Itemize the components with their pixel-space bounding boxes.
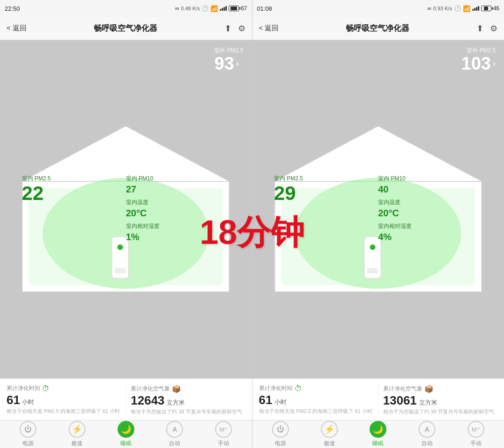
temp-label-right: 室内温度 bbox=[378, 199, 480, 206]
stat-vol-value-right: 13061 bbox=[383, 393, 417, 407]
stat-vol-desc-right: 相当于为您输送了约 39 节复兴号车厢的新鲜空气 bbox=[383, 408, 497, 415]
indoor-right-data: 室内 PM10 27 室内温度 20°C 室内相对湿度 1% bbox=[126, 175, 228, 245]
tool-fast-right[interactable]: ⚡ 极速 bbox=[305, 421, 354, 448]
tool-manual-label-left: 手动 bbox=[218, 440, 229, 448]
tool-sleep-label-left: 睡眠 bbox=[120, 440, 132, 448]
sleep-icon-right[interactable]: 🌙 bbox=[370, 421, 386, 438]
auto-icon-left[interactable]: A bbox=[166, 421, 183, 438]
stat-vol-left: 累计净化空气量 📦 12643 立方米 相当于为您输送了约 38 节复兴号车厢的… bbox=[131, 384, 245, 415]
fast-icon-right[interactable]: ⚡ bbox=[321, 421, 338, 438]
indoor-right-data-right: 室内 PM10 40 室内温度 20°C 室内相对湿度 4% bbox=[378, 175, 480, 245]
sleep-icon-left[interactable]: 🌙 bbox=[118, 421, 134, 438]
stat-time-label-right: 累计净化时间 bbox=[259, 384, 293, 392]
status-icons-right: ∞ 0.93 K/s 🕐 📶 46 bbox=[427, 5, 499, 12]
svg-marker-1 bbox=[22, 126, 230, 182]
tool-sleep-right[interactable]: 🌙 睡眠 bbox=[354, 421, 403, 448]
share-icon-right[interactable]: ⬆ bbox=[476, 23, 483, 34]
cube-icon-right: 📦 bbox=[424, 384, 434, 393]
tool-auto-right[interactable]: A 自动 bbox=[403, 421, 452, 448]
left-panel: < 返回 畅呼吸空气净化器 ⬆ ⚙ 室外 PM2.5 93 › bbox=[0, 17, 252, 448]
settings-icon-left[interactable]: ⚙ bbox=[238, 23, 245, 34]
tool-power-label-right: 电源 bbox=[275, 440, 286, 448]
infinity-right: ∞ bbox=[427, 5, 432, 12]
manual-icon-right[interactable]: M⁺ bbox=[468, 421, 484, 438]
tool-auto-left[interactable]: A 自动 bbox=[150, 421, 199, 448]
tool-fast-label-right: 极速 bbox=[324, 440, 335, 448]
tool-sleep-label-right: 睡眠 bbox=[372, 440, 384, 448]
stat-time-value-left: 61 bbox=[7, 393, 20, 407]
battery-num-right: 46 bbox=[493, 5, 499, 12]
power-icon-left[interactable]: ⏻ bbox=[20, 421, 36, 438]
tool-power-right[interactable]: ⏻ 电源 bbox=[256, 421, 305, 448]
time-right: 01:08 bbox=[257, 5, 273, 12]
back-button-right[interactable]: < 返回 bbox=[259, 24, 279, 33]
back-button-left[interactable]: < 返回 bbox=[7, 24, 27, 33]
temp-value-left: 20°C bbox=[126, 207, 228, 219]
cube-icon-left: 📦 bbox=[172, 384, 181, 393]
house-illustration-left: 室内 PM2.5 22 室内 PM10 27 室内温度 20°C 室内相对湿度 … bbox=[15, 65, 237, 353]
wifi-icon-left: 📶 bbox=[210, 5, 218, 12]
status-icons-left: ∞ 0.48 K/s 🕐 📶 67 bbox=[175, 5, 247, 12]
tool-auto-label-right: 自动 bbox=[421, 440, 433, 448]
clock-icon-right: 🕐 bbox=[454, 5, 461, 12]
power-icon-right[interactable]: ⏻ bbox=[272, 421, 289, 438]
temp-value-right: 20°C bbox=[378, 207, 480, 219]
pm25-label-left: 室内 PM2.5 bbox=[22, 175, 119, 183]
tool-power-left[interactable]: ⏻ 电源 bbox=[4, 421, 53, 448]
nav-bar-right: < 返回 畅呼吸空气净化器 ⬆ ⚙ bbox=[252, 17, 504, 40]
speed-left: 0.48 K/s bbox=[181, 6, 200, 11]
tool-fast-label-left: 极速 bbox=[71, 440, 83, 448]
stat-time-desc-left: 相当于在晴天低 PM2.5 的海南三亚呼吸了 61 小时 bbox=[7, 408, 121, 415]
svg-rect-15 bbox=[367, 268, 378, 274]
stat-vol-label-right: 累计净化空气量 bbox=[383, 385, 422, 393]
stat-time-left: 累计净化时间 ⏱ 61 小时 相当于在晴天低 PM2.5 的海南三亚呼吸了 61… bbox=[7, 384, 121, 415]
indoor-left-data-right: 室内 PM2.5 29 bbox=[274, 175, 371, 206]
tool-auto-label-left: 自动 bbox=[169, 440, 180, 448]
manual-icon-left[interactable]: M⁺ bbox=[215, 421, 232, 438]
chevron-icon-right: › bbox=[493, 59, 496, 68]
wifi-icon-right: 📶 bbox=[463, 5, 470, 12]
battery-num-left: 67 bbox=[241, 5, 247, 12]
house-illustration-right: 室内 PM2.5 29 室内 PM10 40 室内温度 20°C 室内相对湿度 … bbox=[267, 65, 489, 353]
house-area-right: 室外 PM2.5 103 › bbox=[252, 40, 504, 378]
stat-time-unit-left: 小时 bbox=[22, 398, 34, 405]
stats-bar-right: 累计净化时间 ⏱ 61 小时 相当于在晴天低 PM2.5 的海南三亚呼吸了 61… bbox=[252, 378, 504, 420]
pm10-value-right: 40 bbox=[378, 184, 480, 195]
back-label-left: < 返回 bbox=[7, 24, 27, 33]
house-area-left: 室外 PM2.5 93 › bbox=[0, 40, 252, 378]
svg-point-14 bbox=[370, 244, 375, 250]
share-icon-left[interactable]: ⬆ bbox=[224, 23, 231, 34]
tool-fast-left[interactable]: ⚡ 极速 bbox=[53, 421, 102, 448]
stat-divider-right bbox=[378, 384, 378, 415]
stat-time-label-left: 累计净化时间 bbox=[7, 384, 40, 392]
stat-time-right: 累计净化时间 ⏱ 61 小时 相当于在晴天低 PM2.5 的海南三亚呼吸了 61… bbox=[259, 384, 373, 415]
nav-bar-left: < 返回 畅呼吸空气净化器 ⬆ ⚙ bbox=[0, 17, 252, 40]
tool-manual-left[interactable]: M⁺ 手动 bbox=[199, 421, 248, 448]
indoor-left-data: 室内 PM2.5 22 bbox=[22, 175, 119, 206]
stat-time-desc-right: 相当于在晴天低 PM2.5 的海南三亚呼吸了 61 小时 bbox=[259, 408, 373, 415]
tool-manual-right[interactable]: M⁺ 手动 bbox=[451, 421, 500, 448]
pm10-value-left: 27 bbox=[126, 184, 228, 195]
stat-vol-value-left: 12643 bbox=[131, 393, 164, 407]
settings-icon-right[interactable]: ⚙ bbox=[490, 23, 497, 34]
signal-right bbox=[472, 6, 479, 11]
temp-label-left: 室内温度 bbox=[126, 199, 228, 206]
signal-left bbox=[220, 6, 227, 11]
speed-right: 0.93 K/s bbox=[433, 6, 452, 11]
nav-title-right: 畅呼吸空气净化器 bbox=[346, 23, 409, 34]
battery-right bbox=[481, 6, 491, 11]
clock-icon-left: 🕐 bbox=[202, 5, 209, 12]
time-left: 22:50 bbox=[5, 5, 20, 12]
main-panels: 18分钟 < 返回 畅呼吸空气净化器 ⬆ ⚙ 室外 PM2.5 93 › bbox=[0, 17, 504, 448]
fast-icon-left[interactable]: ⚡ bbox=[69, 421, 85, 438]
auto-icon-right[interactable]: A bbox=[419, 421, 435, 438]
tool-sleep-left[interactable]: 🌙 睡眠 bbox=[101, 421, 150, 448]
status-bar-right: 01:08 ∞ 0.93 K/s 🕐 📶 46 bbox=[252, 0, 504, 17]
stat-time-unit-right: 小时 bbox=[274, 398, 287, 405]
humid-label-left: 室内相对湿度 bbox=[126, 222, 228, 230]
pm10-label-right: 室内 PM10 bbox=[378, 175, 480, 183]
stat-vol-right: 累计净化空气量 📦 13061 立方米 相当于为您输送了约 39 节复兴号车厢的… bbox=[383, 384, 497, 415]
stat-vol-unit-right: 立方米 bbox=[419, 399, 437, 406]
battery-left bbox=[229, 6, 239, 11]
humid-label-right: 室内相对湿度 bbox=[378, 222, 480, 230]
